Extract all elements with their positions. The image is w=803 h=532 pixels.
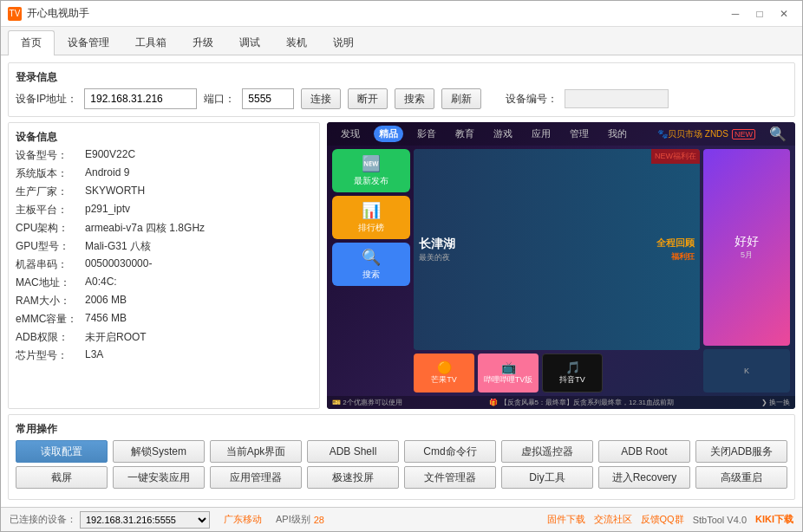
ip-input[interactable] <box>84 88 197 109</box>
btn-adb-root[interactable]: ADB Root <box>598 440 690 463</box>
tv-card-search: 🔍 搜索 <box>332 243 410 286</box>
info-row: 生产厂家：SKYWORTH <box>16 185 312 199</box>
refresh-button[interactable]: 刷新 <box>441 88 481 109</box>
new-badge: NEW <box>732 129 755 139</box>
close-button[interactable]: ✕ <box>773 5 795 23</box>
tv-footer-action: ❯ 换一换 <box>761 398 790 407</box>
isp-label[interactable]: 广东移动 <box>224 513 262 526</box>
info-row: 设备型号：E900V22C <box>16 148 312 163</box>
btn-diy-tool[interactable]: Diy工具 <box>501 466 593 489</box>
tv-card-new: 🆕 最新发布 <box>332 149 410 192</box>
maximize-button[interactable]: □ <box>748 5 771 23</box>
port-input[interactable] <box>242 88 294 109</box>
btn-close-adb[interactable]: 关闭ADB服务 <box>695 440 787 463</box>
connected-label: 已连接的设备： <box>10 513 76 526</box>
tv-nav-mine: 我的 <box>603 126 632 142</box>
btn-screenshot[interactable]: 截屏 <box>16 466 108 489</box>
search-tv-icon: 🔍 <box>362 248 381 267</box>
banner-left: 长津湖 最美的夜 <box>414 231 651 269</box>
tv-body: 🆕 最新发布 📊 排行榜 🔍 搜索 <box>327 146 795 396</box>
info-value: SKYWORTH <box>85 185 312 197</box>
main-content: 登录信息 设备IP地址： 端口： 连接 断开 搜索 刷新 设备编号： 设备信息 … <box>1 55 802 507</box>
connected-device-item: 已连接的设备： 192.168.31.216:5555 <box>10 511 210 529</box>
qq-link[interactable]: 反馈QQ群 <box>641 513 684 526</box>
info-value: p291_iptv <box>85 203 312 215</box>
info-label: 生产厂家： <box>16 185 85 199</box>
tv-nav-discover: 发现 <box>336 126 365 142</box>
status-right: 固件下载 交流社区 反馈QQ群 StbTool V4.0 KIKI下载 <box>547 513 794 526</box>
search-button[interactable]: 搜索 <box>395 88 434 109</box>
douyin-label: 抖音TV <box>559 374 585 386</box>
info-label: RAM大小： <box>16 294 85 308</box>
info-row: 主板平台：p291_iptv <box>16 203 312 217</box>
btn-app-manager[interactable]: 应用管理器 <box>210 466 302 489</box>
mango-label: 芒果TV <box>431 374 457 386</box>
connect-button[interactable]: 连接 <box>301 88 341 109</box>
banner-promo: 全程回顾 福利狂 <box>651 231 700 268</box>
tab-home[interactable]: 首页 <box>8 30 55 55</box>
bili-label: 哔哩哔哩TV版 <box>484 374 533 386</box>
api-label: API级别 <box>276 513 310 526</box>
btn-advanced-reboot[interactable]: 高级重启 <box>695 466 787 489</box>
btn-one-click-install[interactable]: 一键安装应用 <box>113 466 205 489</box>
info-row: 机器串码：00500030000- <box>16 257 312 272</box>
right-date: 5月 <box>734 250 759 261</box>
btn-read-config[interactable]: 读取配置 <box>16 440 108 463</box>
tv-footer-left: 🎫 2个优惠券可以使用 <box>332 398 402 407</box>
tab-toolbox[interactable]: 工具箱 <box>122 30 180 55</box>
btn-cmd[interactable]: Cmd命令行 <box>404 440 496 463</box>
tab-device-mgmt[interactable]: 设备管理 <box>55 30 122 55</box>
tab-help[interactable]: 说明 <box>320 30 367 55</box>
disconnect-button[interactable]: 断开 <box>348 88 388 109</box>
btn-current-apk[interactable]: 当前Apk界面 <box>210 440 302 463</box>
douyin-icon: 🎵 <box>565 360 580 374</box>
btn-recovery[interactable]: 进入Recovery <box>598 466 690 489</box>
login-row: 设备IP地址： 端口： 连接 断开 搜索 刷新 设备编号： <box>16 88 787 109</box>
btn-file-manager[interactable]: 文件管理器 <box>404 466 496 489</box>
btn-adb-shell[interactable]: ADB Shell <box>307 440 399 463</box>
promo-text1: 全程回顾 <box>656 237 695 250</box>
device-info-rows: 设备型号：E900V22C系统版本：Android 9生产厂家：SKYWORTH… <box>16 148 312 363</box>
tv-apps-row: 🟠 芒果TV 📺 哔哩哔哩TV版 🎵 抖音TV <box>414 354 700 393</box>
operations-section: 常用操作 读取配置 解锁System 当前Apk界面 ADB Shell Cmd… <box>8 414 795 500</box>
minimize-button[interactable]: ─ <box>724 5 747 23</box>
community-link[interactable]: 交流社区 <box>594 513 632 526</box>
tv-header: 发现 精品 影音 教育 游戏 应用 管理 我的 🐾贝贝市场 ZNDS NEW 🔍 <box>327 122 795 146</box>
title-bar: TV 开心电视助手 ─ □ ✕ <box>1 1 802 27</box>
bili-icon: 📺 <box>501 360 516 374</box>
promo-text2: 福利狂 <box>656 251 695 263</box>
btn-virtual-remote[interactable]: 虚拟遥控器 <box>501 440 593 463</box>
banner-bg: 长津湖 最美的夜 全程回顾 福利狂 NEW福利在 <box>414 149 700 350</box>
tab-debug[interactable]: 调试 <box>226 30 273 55</box>
info-row: CPU架构：armeabi-v7a 四核 1.8GHz <box>16 221 312 236</box>
btn-fast-cast[interactable]: 极速投屏 <box>307 466 399 489</box>
info-row: ADB权限：未开启ROOT <box>16 330 312 345</box>
kiki-logo: KIKI下载 <box>755 513 793 526</box>
right-icon: 好好 <box>734 234 759 250</box>
info-value: E900V22C <box>85 148 312 160</box>
tv-app-douyin: 🎵 抖音TV <box>542 354 603 393</box>
btn-unlock-system[interactable]: 解锁System <box>113 440 205 463</box>
info-value: Mali-G31 八核 <box>85 239 312 254</box>
info-value: Android 9 <box>85 166 312 178</box>
info-value: L3A <box>85 348 312 360</box>
device-select[interactable]: 192.168.31.216:5555 <box>80 511 210 529</box>
tab-install[interactable]: 装机 <box>273 30 320 55</box>
tv-col-left: 🆕 最新发布 📊 排行榜 🔍 搜索 <box>332 149 410 393</box>
api-item: API级别 28 <box>276 513 324 526</box>
api-value: 28 <box>314 515 324 525</box>
tab-upgrade[interactable]: 升级 <box>180 30 226 55</box>
tv-nav-game: 游戏 <box>488 126 518 142</box>
tv-ui: 发现 精品 影音 教育 游戏 应用 管理 我的 🐾贝贝市场 ZNDS NEW 🔍 <box>327 122 795 409</box>
port-label: 端口： <box>204 92 235 107</box>
firmware-link[interactable]: 固件下载 <box>547 513 585 526</box>
tv-nav-featured: 精品 <box>374 126 403 142</box>
tv-right-bottom: K <box>703 349 790 393</box>
info-label: MAC地址： <box>16 276 85 290</box>
device-id-label: 设备编号： <box>506 92 558 107</box>
info-value: A0:4C: <box>85 276 312 288</box>
info-label: GPU型号： <box>16 239 85 254</box>
info-value: 未开启ROOT <box>85 330 312 345</box>
device-id-value <box>565 89 669 108</box>
nav-tabs: 首页 设备管理 工具箱 升级 调试 装机 说明 <box>1 27 802 55</box>
